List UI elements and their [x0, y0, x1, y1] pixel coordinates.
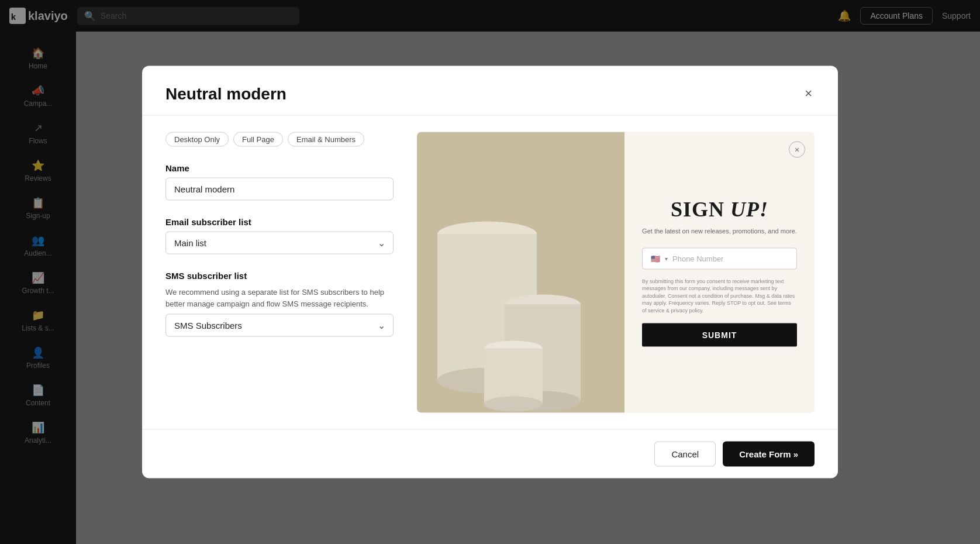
tag-full-page: Full Page [233, 132, 283, 147]
preview-image-area [417, 132, 624, 413]
sms-list-select-wrapper: SMS Subscribers Main list ⌄ [165, 314, 394, 337]
preview-close-button[interactable]: × [789, 142, 805, 158]
email-list-select[interactable]: Main list Newsletter VIP [165, 232, 394, 254]
sms-list-label: SMS subscriber list [165, 271, 394, 281]
preview-consent-text: By submitting this form you consent to r… [642, 277, 797, 314]
modal-footer: Cancel Create Form » [142, 429, 838, 478]
tags-row: Desktop Only Full Page Email & Numbers [165, 132, 394, 147]
cancel-button[interactable]: Cancel [654, 442, 716, 467]
cylinders-illustration [417, 132, 624, 413]
svg-rect-10 [484, 349, 543, 404]
modal-left-panel: Desktop Only Full Page Email & Numbers N… [165, 132, 394, 413]
preview-form-area: × SIGN UP! Get the latest on new release… [624, 132, 815, 413]
create-form-button[interactable]: Create Form » [723, 442, 815, 467]
preview-submit-button: SUBMIT [642, 323, 797, 347]
modal-preview-panel: × SIGN UP! Get the latest on new release… [417, 132, 815, 413]
modal-title: Neutral modern [165, 85, 287, 104]
modal-dialog: Neutral modern × Desktop Only Full Page … [142, 66, 838, 478]
email-list-label: Email subscriber list [165, 217, 394, 227]
modal-body: Desktop Only Full Page Email & Numbers N… [142, 116, 838, 429]
name-input[interactable] [165, 178, 394, 201]
flag-icon: 🇺🇸 [651, 254, 660, 263]
tag-desktop-only: Desktop Only [165, 132, 229, 147]
sms-description: We recommend using a separate list for S… [165, 287, 394, 309]
sms-list-field-group: SMS subscriber list We recommend using a… [165, 271, 394, 337]
email-list-select-wrapper: Main list Newsletter VIP ⌄ [165, 232, 394, 254]
modal-header: Neutral modern × [142, 66, 838, 116]
tag-email-numbers: Email & Numbers [288, 132, 364, 147]
preview-signup-title: SIGN UP! [671, 198, 768, 221]
phone-dropdown-icon: ▾ [665, 255, 668, 261]
preview-subtitle: Get the latest on new releases, promotio… [642, 227, 797, 236]
name-field-group: Name [165, 163, 394, 201]
email-list-field-group: Email subscriber list Main list Newslett… [165, 217, 394, 254]
preview-phone-input: 🇺🇸 ▾ Phone Number [642, 247, 797, 269]
svg-point-11 [484, 397, 543, 412]
phone-placeholder-text: Phone Number [672, 254, 723, 263]
modal-close-button[interactable]: × [802, 85, 815, 102]
sms-list-select[interactable]: SMS Subscribers Main list [165, 314, 394, 337]
name-label: Name [165, 163, 394, 173]
